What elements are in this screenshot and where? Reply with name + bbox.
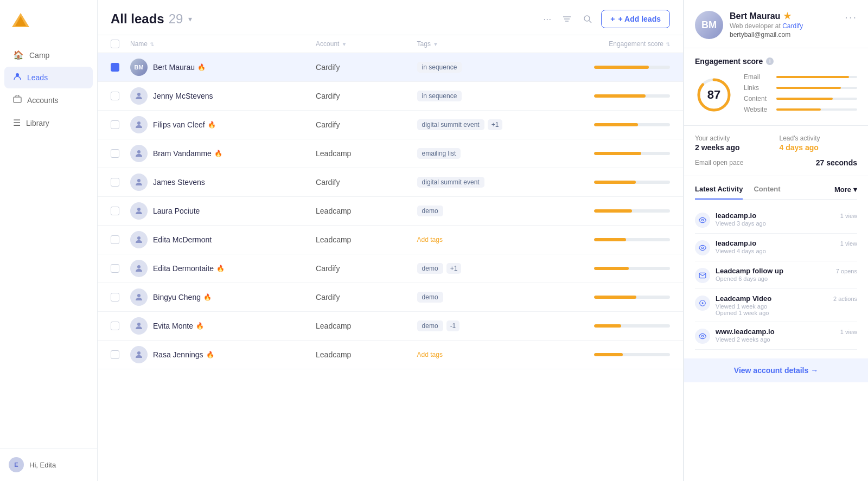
company-link[interactable]: Cardify: [782, 22, 803, 30]
email-pace-value: 27 seconds: [816, 158, 857, 167]
row-checkbox[interactable]: [111, 264, 119, 273]
activity-count: 1 view: [840, 329, 857, 335]
tab-latest-activity[interactable]: Latest Activity: [695, 185, 743, 200]
score-bar-fill: [594, 66, 649, 69]
activity-list-item[interactable]: Leadcamp Video Viewed 1 week agoOpened 1…: [695, 289, 857, 322]
sidebar-item-accounts[interactable]: Accounts: [4, 89, 93, 111]
activity-count: 2 actions: [833, 296, 857, 302]
filter-icon[interactable]: ▼: [341, 41, 347, 47]
table-row[interactable]: James Stevens Cardify digital summit eve…: [98, 168, 683, 197]
tag[interactable]: emailing list: [417, 148, 461, 159]
tab-content[interactable]: Content: [754, 185, 780, 200]
name-cell: Rasa Jennings 🔥: [130, 346, 316, 363]
search-button[interactable]: [580, 12, 595, 26]
more-options-button[interactable]: ···: [541, 11, 553, 27]
account-cell: Cardify: [316, 63, 417, 72]
row-checkbox[interactable]: [111, 92, 119, 100]
table-row[interactable]: Bingyu Cheng 🔥 Cardify demo: [98, 283, 683, 312]
row-checkbox[interactable]: [111, 293, 119, 302]
tag-more[interactable]: +1: [488, 119, 503, 130]
tag[interactable]: digital summit event: [417, 119, 484, 130]
table-row[interactable]: Evita Monte 🔥 Leadcamp demo -1: [98, 312, 683, 341]
score-cell: [552, 267, 670, 270]
sidebar-item-label: Accounts: [27, 96, 59, 105]
tag[interactable]: demo: [417, 206, 443, 216]
activity-body: leadcamp.io Viewed 4 days ago: [716, 239, 835, 254]
add-tags-button[interactable]: Add tags: [417, 351, 443, 358]
tag-more[interactable]: -1: [446, 320, 460, 331]
star-icon[interactable]: ★: [783, 11, 791, 21]
tag[interactable]: in sequence: [417, 91, 462, 101]
svg-point-12: [137, 179, 141, 182]
lead-name: Evita Monte 🔥: [153, 322, 204, 330]
tab-more-dropdown[interactable]: More ▾: [834, 185, 857, 199]
sidebar-item-leads[interactable]: Leads: [4, 67, 93, 88]
tag[interactable]: in sequence: [417, 62, 462, 73]
engagement-title: Engagement score i: [695, 57, 857, 66]
dropdown-arrow-icon[interactable]: ▾: [188, 15, 192, 23]
tags-cell: demo: [417, 292, 552, 303]
sort-icon[interactable]: ⇅: [150, 41, 154, 47]
lead-avatar: [130, 116, 148, 133]
sidebar-item-library[interactable]: ☰ Library: [4, 112, 93, 133]
add-leads-label: + Add leads: [618, 15, 661, 23]
row-checkbox[interactable]: [111, 149, 119, 158]
tag[interactable]: demo: [417, 263, 443, 274]
activity-list-item[interactable]: www.leadcamp.io Viewed 2 weeks ago 1 vie…: [695, 322, 857, 350]
table-row[interactable]: Edita McDermont Leadcamp Add tags: [98, 226, 683, 254]
filter-button[interactable]: [560, 12, 574, 26]
table-row[interactable]: Jenny McStevens Cardify in sequence: [98, 82, 683, 111]
table-row[interactable]: Bram Vandamme 🔥 Leadcamp emailing list: [98, 139, 683, 168]
filter-icon[interactable]: ▼: [433, 41, 438, 47]
account-cell: Cardify: [316, 293, 417, 302]
activity-body: Leadcamp follow up Opened 6 days ago: [716, 267, 831, 282]
account-cell: Leadcamp: [316, 207, 417, 215]
tag[interactable]: digital summit event: [417, 177, 484, 188]
svg-point-18: [137, 351, 141, 355]
table-row[interactable]: Laura Pociute Leadcamp demo: [98, 197, 683, 226]
latest-tabs: Latest Activity Content More ▾: [695, 185, 857, 200]
row-checkbox[interactable]: [111, 350, 119, 359]
info-icon[interactable]: i: [766, 57, 774, 65]
sidebar-item-camp[interactable]: 🏠 Camp: [4, 44, 93, 66]
th-account: Account ▼: [316, 40, 417, 48]
activity-list-item[interactable]: leadcamp.io Viewed 4 days ago 1 view: [695, 234, 857, 261]
score-bar: [594, 267, 670, 270]
view-account-button[interactable]: View account details →: [684, 358, 868, 382]
add-tags-button[interactable]: Add tags: [417, 236, 443, 243]
table-row[interactable]: Rasa Jennings 🔥 Leadcamp Add tags: [98, 341, 683, 369]
sort-icon[interactable]: ⇅: [666, 41, 670, 47]
tag[interactable]: demo: [417, 292, 443, 303]
table-row[interactable]: Filips van Cleef 🔥 Cardify digital summi…: [98, 111, 683, 139]
name-cell: Evita Monte 🔥: [130, 317, 316, 335]
tags-cell: digital summit event: [417, 177, 552, 188]
add-leads-button[interactable]: + + Add leads: [601, 10, 670, 28]
profile-more-button[interactable]: ···: [845, 11, 857, 23]
sidebar-logo: [0, 0, 97, 39]
lead-name: Bert Maurau 🔥: [153, 63, 206, 72]
activity-list-item[interactable]: leadcamp.io Viewed 3 days ago 1 view: [695, 206, 857, 234]
row-checkbox-cell: [111, 63, 130, 72]
hot-icon: 🔥: [208, 121, 216, 129]
score-bar: [594, 181, 670, 184]
row-checkbox[interactable]: [111, 120, 119, 129]
lead-avatar: [130, 145, 148, 162]
row-checkbox[interactable]: [111, 207, 119, 215]
table-row[interactable]: Edita Dermontaite 🔥 Cardify demo +1: [98, 254, 683, 283]
hot-icon: 🔥: [197, 63, 206, 71]
row-checkbox[interactable]: [111, 235, 119, 244]
row-checkbox[interactable]: [111, 322, 119, 330]
row-checkbox[interactable]: [111, 63, 119, 72]
score-bar-fill: [594, 209, 632, 213]
tag[interactable]: demo: [417, 320, 443, 331]
score-bar-fill: [594, 94, 646, 98]
header-checkbox[interactable]: [111, 40, 119, 48]
accounts-icon: [13, 95, 22, 106]
profile-avatar-wrap: BM: [695, 11, 723, 39]
row-checkbox-cell: [111, 120, 130, 129]
activity-sub: Viewed 4 days ago: [716, 248, 835, 254]
row-checkbox[interactable]: [111, 178, 119, 187]
activity-list-item[interactable]: Leadcamp follow up Opened 6 days ago 7 o…: [695, 261, 857, 289]
table-row[interactable]: BM Bert Maurau 🔥 Cardify in sequence: [98, 53, 683, 82]
tag-more[interactable]: +1: [446, 263, 462, 274]
